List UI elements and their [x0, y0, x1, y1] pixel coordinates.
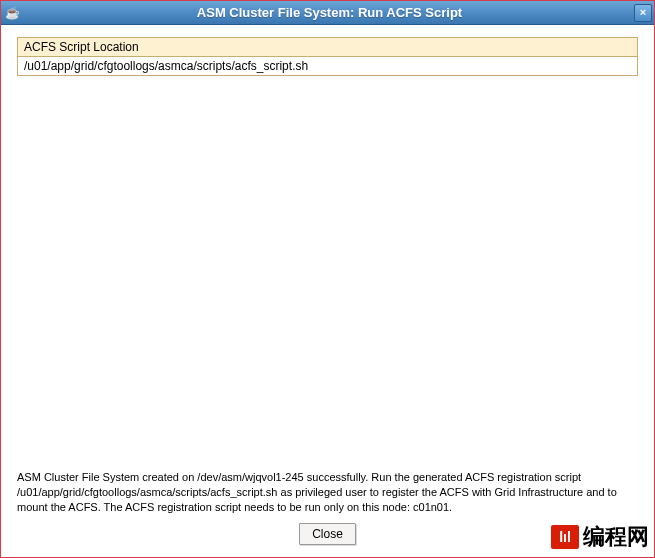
- dialog-content: ACFS Script Location /u01/app/grid/cfgto…: [1, 25, 654, 557]
- close-icon: ×: [640, 7, 646, 18]
- status-message: ASM Cluster File System created on /dev/…: [17, 470, 638, 515]
- close-button[interactable]: Close: [299, 523, 356, 545]
- window-title: ASM Cluster File System: Run ACFS Script: [25, 5, 634, 20]
- window-titlebar: ☕ ASM Cluster File System: Run ACFS Scri…: [1, 1, 654, 25]
- table-header-script-location: ACFS Script Location: [18, 38, 638, 57]
- table-row[interactable]: /u01/app/grid/cfgtoollogs/asmca/scripts/…: [18, 57, 638, 76]
- java-app-icon: ☕: [3, 4, 21, 22]
- window-close-button[interactable]: ×: [634, 4, 652, 22]
- script-path-cell: /u01/app/grid/cfgtoollogs/asmca/scripts/…: [18, 57, 638, 76]
- script-location-table: ACFS Script Location /u01/app/grid/cfgto…: [17, 37, 638, 76]
- button-row: Close: [17, 523, 638, 551]
- script-table-area: ACFS Script Location /u01/app/grid/cfgto…: [17, 37, 638, 464]
